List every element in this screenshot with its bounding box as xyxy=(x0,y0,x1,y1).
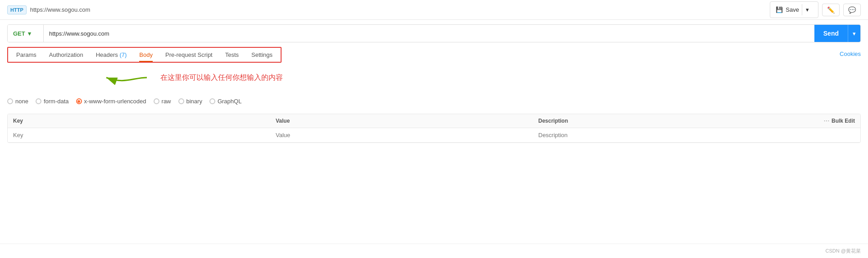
send-button[interactable]: Send xyxy=(814,25,848,42)
headers-count: (7) xyxy=(119,51,127,58)
method-label: GET xyxy=(13,30,25,37)
header-actions: ··· Bulk Edit xyxy=(801,118,855,124)
key-value-table: Key Value Description ··· Bulk Edit xyxy=(7,114,861,143)
bulk-edit-label: Bulk Edit xyxy=(832,118,855,124)
radio-graphql[interactable]: GraphQL xyxy=(209,98,241,105)
save-button[interactable]: 💾 Save ▾ xyxy=(770,1,818,18)
method-dropdown-arrow: ▾ xyxy=(28,30,31,37)
cookies-link[interactable]: Cookies xyxy=(840,51,861,57)
tab-params[interactable]: Params xyxy=(10,48,43,62)
bulk-edit-button[interactable]: ··· Bulk Edit xyxy=(801,118,855,124)
top-bar-left: HTTP https://www.sogou.com xyxy=(7,5,90,14)
send-dropdown-arrow[interactable]: ▾ xyxy=(848,25,860,42)
tab-pre-request-script[interactable]: Pre-request Script xyxy=(159,48,219,62)
save-label: Save xyxy=(786,6,799,13)
http-badge: HTTP xyxy=(7,5,27,14)
footer-text: CSDN @黄花菜 xyxy=(826,248,861,253)
radio-circle-none xyxy=(7,98,13,104)
header-value: Value xyxy=(276,118,538,124)
method-selector[interactable]: GET ▾ xyxy=(8,25,44,42)
footer: CSDN @黄花菜 xyxy=(0,244,868,258)
top-url-display: https://www.sogou.com xyxy=(30,6,91,13)
radio-x-www-form-urlencoded[interactable]: x-www-form-urlencoded xyxy=(76,98,146,105)
tab-headers[interactable]: Headers (7) xyxy=(90,48,133,62)
cell-value[interactable] xyxy=(276,132,538,138)
body-types-row: none form-data x-www-form-urlencoded raw… xyxy=(7,96,861,106)
comment-button[interactable]: 💬 xyxy=(843,4,861,16)
app-container: HTTP https://www.sogou.com 💾 Save ▾ ✏️ 💬… xyxy=(0,0,868,258)
annotation-row: 在这里你可以输入任何你想输入的内容 xyxy=(7,66,861,89)
annotation-text: 在这里你可以输入任何你想输入的内容 xyxy=(160,73,283,83)
url-input[interactable] xyxy=(44,25,814,42)
key-input[interactable] xyxy=(13,132,276,138)
edit-icon: ✏️ xyxy=(827,6,835,14)
radio-none[interactable]: none xyxy=(7,98,28,105)
dots-icon: ··· xyxy=(824,118,830,124)
top-bar-right: 💾 Save ▾ ✏️ 💬 xyxy=(770,1,861,18)
radio-circle-graphql xyxy=(209,98,215,104)
table-header: Key Value Description ··· Bulk Edit xyxy=(8,114,860,128)
tabs-row: Params Authorization Headers (7) Body Pr… xyxy=(7,47,282,63)
send-label: Send xyxy=(823,30,839,37)
save-dropdown-arrow[interactable]: ▾ xyxy=(802,4,813,15)
radio-raw[interactable]: raw xyxy=(154,98,171,105)
radio-form-data[interactable]: form-data xyxy=(36,98,69,105)
description-input[interactable] xyxy=(538,132,801,138)
cell-description[interactable] xyxy=(538,132,801,138)
cell-row-actions xyxy=(801,132,855,138)
request-bar: GET ▾ Send ▾ xyxy=(7,24,861,42)
radio-circle-form-data xyxy=(36,98,41,104)
green-arrow-icon xyxy=(97,69,151,87)
header-description: Description xyxy=(538,118,801,124)
save-icon: 💾 xyxy=(776,6,783,13)
radio-circle-raw xyxy=(154,98,159,104)
tab-authorization[interactable]: Authorization xyxy=(43,48,90,62)
radio-binary[interactable]: binary xyxy=(178,98,202,105)
tab-tests[interactable]: Tests xyxy=(219,48,245,62)
edit-button[interactable]: ✏️ xyxy=(822,4,840,16)
tab-body[interactable]: Body xyxy=(133,48,159,62)
table-row xyxy=(8,128,860,143)
value-input[interactable] xyxy=(276,132,538,138)
tab-settings[interactable]: Settings xyxy=(245,48,279,62)
comment-icon: 💬 xyxy=(848,6,856,14)
tabs-section: Params Authorization Headers (7) Body Pr… xyxy=(7,47,861,63)
header-key: Key xyxy=(13,118,276,124)
radio-circle-x-www-form-urlencoded xyxy=(76,98,82,104)
cell-key[interactable] xyxy=(13,132,276,138)
radio-circle-binary xyxy=(178,98,184,104)
top-bar: HTTP https://www.sogou.com 💾 Save ▾ ✏️ 💬 xyxy=(0,0,868,20)
